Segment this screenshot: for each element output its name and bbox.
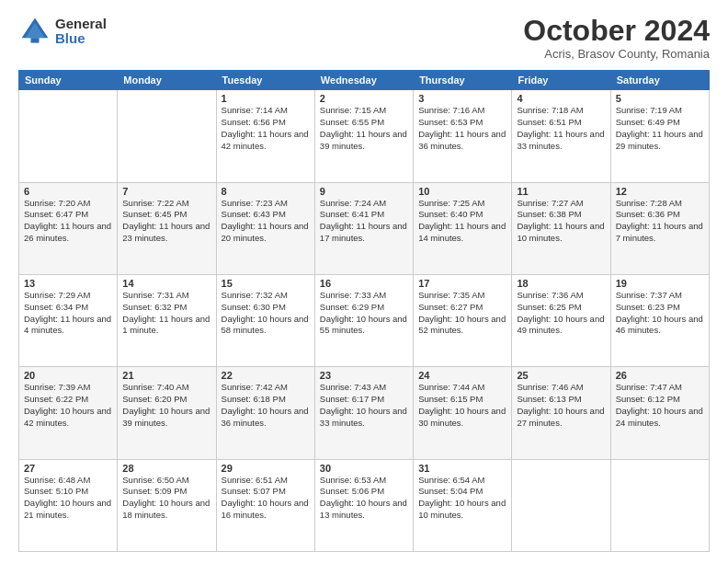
day-info: Sunrise: 7:15 AMSunset: 6:55 PMDaylight:… — [320, 105, 408, 152]
day-info: Sunrise: 7:18 AMSunset: 6:51 PMDaylight:… — [517, 105, 605, 152]
day-info: Sunrise: 7:20 AMSunset: 6:47 PMDaylight:… — [24, 198, 112, 245]
day-number: 22 — [222, 370, 310, 381]
day-number: 29 — [222, 463, 310, 474]
day-number: 7 — [122, 186, 210, 197]
weekday-header: Wednesday — [314, 71, 413, 90]
calendar-week-row: 13Sunrise: 7:29 AMSunset: 6:34 PMDayligh… — [19, 274, 710, 366]
day-info: Sunrise: 7:28 AMSunset: 6:36 PMDaylight:… — [616, 198, 704, 245]
calendar-cell: 7Sunrise: 7:22 AMSunset: 6:45 PMDaylight… — [118, 182, 216, 274]
day-number: 19 — [616, 278, 704, 289]
day-number: 13 — [24, 278, 112, 289]
weekday-header: Monday — [118, 71, 216, 90]
day-info: Sunrise: 7:47 AMSunset: 6:12 PMDaylight:… — [616, 382, 704, 429]
day-number: 27 — [24, 463, 112, 474]
day-info: Sunrise: 7:31 AMSunset: 6:32 PMDaylight:… — [122, 290, 210, 337]
day-number: 20 — [24, 370, 112, 381]
day-number: 21 — [122, 370, 210, 381]
day-number: 1 — [222, 93, 310, 104]
day-number: 14 — [122, 278, 210, 289]
logo-general-text: General — [55, 17, 107, 32]
calendar-week-row: 1Sunrise: 7:14 AMSunset: 6:56 PMDaylight… — [19, 90, 710, 182]
calendar-cell: 28Sunrise: 6:50 AMSunset: 5:09 PMDayligh… — [118, 459, 216, 551]
day-number: 3 — [418, 93, 506, 104]
calendar-cell — [512, 459, 610, 551]
day-info: Sunrise: 6:53 AMSunset: 5:06 PMDaylight:… — [320, 475, 408, 522]
calendar-cell: 17Sunrise: 7:35 AMSunset: 6:27 PMDayligh… — [414, 274, 512, 366]
day-info: Sunrise: 7:29 AMSunset: 6:34 PMDaylight:… — [24, 290, 112, 337]
calendar-cell: 29Sunrise: 6:51 AMSunset: 5:07 PMDayligh… — [216, 459, 314, 551]
day-info: Sunrise: 6:50 AMSunset: 5:09 PMDaylight:… — [122, 475, 210, 522]
calendar-cell: 11Sunrise: 7:27 AMSunset: 6:38 PMDayligh… — [512, 182, 610, 274]
day-number: 8 — [222, 186, 310, 197]
calendar-week-row: 27Sunrise: 6:48 AMSunset: 5:10 PMDayligh… — [19, 459, 710, 551]
weekday-header: Tuesday — [216, 71, 314, 90]
day-number: 10 — [418, 186, 506, 197]
subtitle: Acris, Brasov County, Romania — [523, 47, 710, 61]
day-info: Sunrise: 7:22 AMSunset: 6:45 PMDaylight:… — [122, 198, 210, 245]
day-info: Sunrise: 7:35 AMSunset: 6:27 PMDaylight:… — [418, 290, 506, 337]
weekday-header: Sunday — [19, 71, 118, 90]
calendar-cell: 10Sunrise: 7:25 AMSunset: 6:40 PMDayligh… — [414, 182, 512, 274]
day-info: Sunrise: 7:25 AMSunset: 6:40 PMDaylight:… — [418, 198, 506, 245]
day-info: Sunrise: 7:14 AMSunset: 6:56 PMDaylight:… — [222, 105, 310, 152]
day-info: Sunrise: 7:40 AMSunset: 6:20 PMDaylight:… — [122, 382, 210, 429]
day-number: 12 — [616, 186, 704, 197]
logo-icon — [18, 15, 51, 48]
day-info: Sunrise: 7:43 AMSunset: 6:17 PMDaylight:… — [320, 382, 408, 429]
calendar-cell: 30Sunrise: 6:53 AMSunset: 5:06 PMDayligh… — [314, 459, 413, 551]
day-info: Sunrise: 7:46 AMSunset: 6:13 PMDaylight:… — [517, 382, 605, 429]
day-info: Sunrise: 6:48 AMSunset: 5:10 PMDaylight:… — [24, 475, 112, 522]
page: General Blue October 2024 Acris, Brasov … — [0, 0, 728, 563]
calendar-cell: 21Sunrise: 7:40 AMSunset: 6:20 PMDayligh… — [118, 367, 216, 459]
calendar-cell: 6Sunrise: 7:20 AMSunset: 6:47 PMDaylight… — [19, 182, 118, 274]
weekday-header: Saturday — [610, 71, 709, 90]
calendar: SundayMondayTuesdayWednesdayThursdayFrid… — [18, 70, 710, 552]
calendar-cell: 24Sunrise: 7:44 AMSunset: 6:15 PMDayligh… — [414, 367, 512, 459]
day-info: Sunrise: 7:37 AMSunset: 6:23 PMDaylight:… — [616, 290, 704, 337]
logo-blue-text: Blue — [55, 31, 107, 47]
calendar-cell: 25Sunrise: 7:46 AMSunset: 6:13 PMDayligh… — [512, 367, 610, 459]
day-info: Sunrise: 7:19 AMSunset: 6:49 PMDaylight:… — [616, 105, 704, 152]
logo-text: General Blue — [55, 17, 107, 47]
day-number: 18 — [517, 278, 605, 289]
day-number: 5 — [616, 93, 704, 104]
calendar-cell: 4Sunrise: 7:18 AMSunset: 6:51 PMDaylight… — [512, 90, 610, 182]
calendar-cell: 26Sunrise: 7:47 AMSunset: 6:12 PMDayligh… — [610, 367, 709, 459]
day-number: 15 — [222, 278, 310, 289]
calendar-cell: 8Sunrise: 7:23 AMSunset: 6:43 PMDaylight… — [216, 182, 314, 274]
day-info: Sunrise: 7:16 AMSunset: 6:53 PMDaylight:… — [418, 105, 506, 152]
calendar-cell: 23Sunrise: 7:43 AMSunset: 6:17 PMDayligh… — [314, 367, 413, 459]
day-info: Sunrise: 7:39 AMSunset: 6:22 PMDaylight:… — [24, 382, 112, 429]
weekday-header: Thursday — [414, 71, 512, 90]
calendar-cell: 20Sunrise: 7:39 AMSunset: 6:22 PMDayligh… — [19, 367, 118, 459]
month-title: October 2024 — [523, 15, 710, 47]
calendar-cell: 16Sunrise: 7:33 AMSunset: 6:29 PMDayligh… — [314, 274, 413, 366]
calendar-cell: 31Sunrise: 6:54 AMSunset: 5:04 PMDayligh… — [414, 459, 512, 551]
day-info: Sunrise: 7:42 AMSunset: 6:18 PMDaylight:… — [222, 382, 310, 429]
header: General Blue October 2024 Acris, Brasov … — [18, 15, 710, 61]
calendar-cell: 15Sunrise: 7:32 AMSunset: 6:30 PMDayligh… — [216, 274, 314, 366]
calendar-cell — [118, 90, 216, 182]
calendar-cell: 13Sunrise: 7:29 AMSunset: 6:34 PMDayligh… — [19, 274, 118, 366]
day-number: 6 — [24, 186, 112, 197]
calendar-cell — [19, 90, 118, 182]
calendar-cell: 18Sunrise: 7:36 AMSunset: 6:25 PMDayligh… — [512, 274, 610, 366]
day-number: 4 — [517, 93, 605, 104]
day-number: 16 — [320, 278, 408, 289]
day-number: 17 — [418, 278, 506, 289]
day-number: 25 — [517, 370, 605, 381]
calendar-cell: 3Sunrise: 7:16 AMSunset: 6:53 PMDaylight… — [414, 90, 512, 182]
day-number: 31 — [418, 463, 506, 474]
day-number: 23 — [320, 370, 408, 381]
day-info: Sunrise: 7:32 AMSunset: 6:30 PMDaylight:… — [222, 290, 310, 337]
day-number: 30 — [320, 463, 408, 474]
day-info: Sunrise: 7:23 AMSunset: 6:43 PMDaylight:… — [222, 198, 310, 245]
calendar-cell: 27Sunrise: 6:48 AMSunset: 5:10 PMDayligh… — [19, 459, 118, 551]
day-number: 24 — [418, 370, 506, 381]
calendar-cell — [610, 459, 709, 551]
day-info: Sunrise: 7:33 AMSunset: 6:29 PMDaylight:… — [320, 290, 408, 337]
title-block: October 2024 Acris, Brasov County, Roman… — [523, 15, 710, 61]
day-number: 2 — [320, 93, 408, 104]
calendar-week-row: 20Sunrise: 7:39 AMSunset: 6:22 PMDayligh… — [19, 367, 710, 459]
day-info: Sunrise: 7:44 AMSunset: 6:15 PMDaylight:… — [418, 382, 506, 429]
